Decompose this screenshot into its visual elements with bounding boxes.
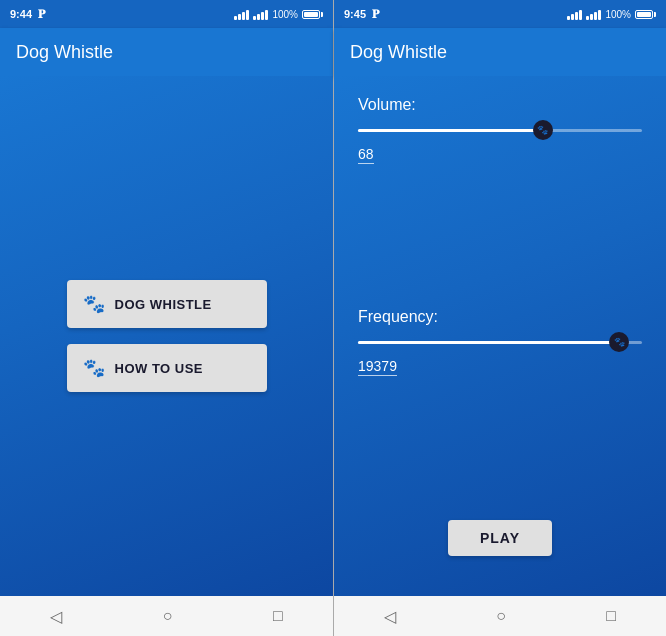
app-title-right: Dog Whistle [350,42,447,63]
back-button-right[interactable]: ◁ [384,607,396,626]
battery-icon-left [302,10,323,19]
signal-bar-4 [246,10,249,20]
volume-value: 68 [358,146,374,164]
signal-bar-r1 [567,16,570,20]
signal-bar-r3 [575,12,578,20]
volume-section: Volume: 🐾 68 [358,96,642,164]
wifi-bar-r2 [590,14,593,20]
frequency-fill [358,341,619,344]
wifi-right [586,8,601,20]
how-to-use-button[interactable]: 🐾 HOW TO USE [67,344,267,392]
spacer-2 [358,384,642,512]
title-bar-left: Dog Whistle [0,28,333,76]
wifi-left [253,8,268,20]
battery-percent-right: 100% [605,9,631,20]
spacer-1 [358,172,642,300]
nav-bar-right: ◁ ○ □ [334,596,666,636]
wifi-bar-r4 [598,10,601,20]
status-bar-left: 9:44 𝐏 100% [0,0,333,28]
title-bar-right: Dog Whistle [334,28,666,76]
paw-icon-1: 🐾 [83,293,105,315]
frequency-track: 🐾 [358,341,642,344]
volume-thumb[interactable]: 🐾 [533,120,553,140]
frequency-thumb[interactable]: 🐾 [609,332,629,352]
dog-whistle-label: DOG WHISTLE [115,297,212,312]
how-to-use-label: HOW TO USE [115,361,204,376]
status-icons-right: 100% [567,8,656,20]
home-button-right[interactable]: ○ [496,607,506,625]
play-button[interactable]: PLAY [448,520,552,556]
battery-icon-right [635,10,656,19]
carrier-icon-left: 𝐏 [38,7,45,21]
volume-thumb-icon: 🐾 [537,125,548,135]
status-time-right: 9:45 𝐏 [344,7,379,21]
signal-bar-2 [238,14,241,20]
frequency-slider-container: 🐾 [358,330,642,354]
wifi-bar-1 [253,16,256,20]
frequency-section: Frequency: 🐾 19379 [358,308,642,376]
app-title-left: Dog Whistle [16,42,113,63]
signal-bar-r4 [579,10,582,20]
left-phone: 9:44 𝐏 100% Dog Whistle [0,0,333,636]
paw-icon-2: 🐾 [83,357,105,379]
battery-percent-left: 100% [272,9,298,20]
signal-right [567,8,582,20]
dog-whistle-button[interactable]: 🐾 DOG WHISTLE [67,280,267,328]
status-icons-left: 100% [234,8,323,20]
frequency-value: 19379 [358,358,397,376]
back-button-left[interactable]: ◁ [50,607,62,626]
frequency-thumb-icon: 🐾 [614,337,625,347]
recent-button-left[interactable]: □ [273,607,283,625]
home-button-left[interactable]: ○ [163,607,173,625]
wifi-bar-2 [257,14,260,20]
play-section: PLAY [358,520,642,576]
wifi-bar-3 [261,12,264,20]
signal-bar-1 [234,16,237,20]
volume-fill [358,129,543,132]
main-menu: 🐾 DOG WHISTLE 🐾 HOW TO USE [0,76,333,596]
volume-slider-container: 🐾 [358,118,642,142]
time-right: 9:45 [344,8,366,20]
controls-screen: Volume: 🐾 68 Frequency: 🐾 [334,76,666,596]
wifi-bar-4 [265,10,268,20]
time-left: 9:44 [10,8,32,20]
wifi-bar-r1 [586,16,589,20]
frequency-label: Frequency: [358,308,642,326]
volume-track: 🐾 [358,129,642,132]
signal-bar-3 [242,12,245,20]
nav-bar-left: ◁ ○ □ [0,596,333,636]
carrier-icon-right: 𝐏 [372,7,379,21]
signal-left [234,8,249,20]
recent-button-right[interactable]: □ [606,607,616,625]
status-bar-right: 9:45 𝐏 100% [334,0,666,28]
right-phone: 9:45 𝐏 100% Dog Whistle [333,0,666,636]
volume-label: Volume: [358,96,642,114]
signal-bar-r2 [571,14,574,20]
status-time-left: 9:44 𝐏 [10,7,45,21]
wifi-bar-r3 [594,12,597,20]
